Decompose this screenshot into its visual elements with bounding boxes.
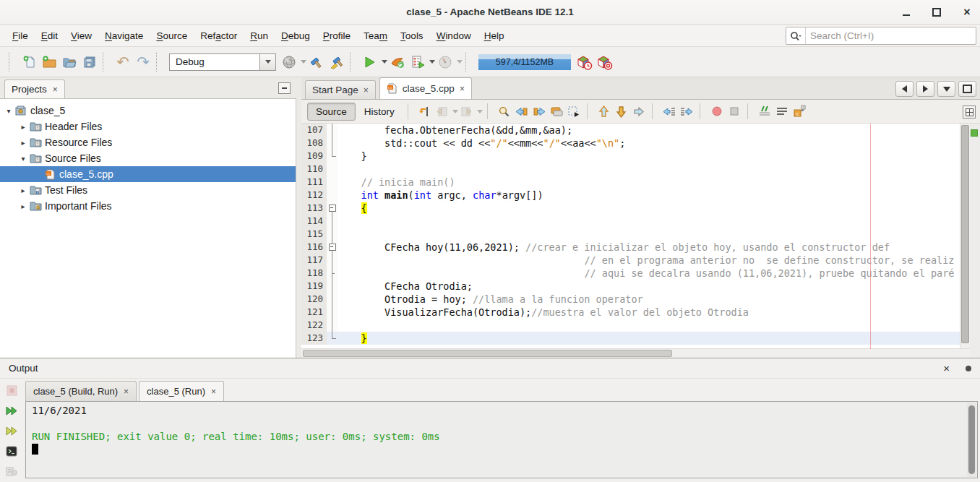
maximize-editor-button[interactable] <box>958 81 976 97</box>
code-text[interactable]: CFecha Otrodia; <box>338 280 960 293</box>
menu-run[interactable]: Run <box>244 27 275 45</box>
menu-help[interactable]: Help <box>478 27 511 45</box>
line-number[interactable]: 120 <box>301 293 327 306</box>
search-icon[interactable] <box>786 27 806 44</box>
profiler-stop-button[interactable] <box>594 52 614 72</box>
tree-item-clase-5[interactable]: ▾clase_5 <box>0 103 296 119</box>
menu-debug[interactable]: Debug <box>275 27 317 45</box>
line-number[interactable]: 113 <box>301 202 327 215</box>
code-line-112[interactable]: 112 int main(int argc, char*argv[]) <box>301 189 960 202</box>
find-selection-button[interactable] <box>496 103 513 120</box>
line-number[interactable]: 115 <box>301 228 327 241</box>
line-number[interactable]: 118 <box>301 267 327 280</box>
find-previous-occurrence-button[interactable] <box>513 103 530 120</box>
code-line-122[interactable]: 122 <box>301 319 960 332</box>
connect-globe-button[interactable] <box>279 52 299 72</box>
new-file-button[interactable] <box>19 52 39 72</box>
collapsed-arrow-icon[interactable]: ▸ <box>17 186 29 194</box>
scroll-tabs-right-button[interactable] <box>916 81 934 97</box>
gauge-dropdown-icon[interactable] <box>457 60 463 64</box>
scroll-tabs-left-button[interactable] <box>895 81 914 97</box>
undo-button[interactable]: ↶ <box>113 52 133 72</box>
line-number[interactable]: 107 <box>301 124 327 137</box>
menu-edit[interactable]: Edit <box>35 27 64 45</box>
collapsed-arrow-icon[interactable]: ▸ <box>17 123 29 131</box>
back-button[interactable] <box>434 103 451 120</box>
line-number[interactable]: 112 <box>301 189 327 202</box>
minimize-window-group-button[interactable] <box>278 82 291 94</box>
start-macro-recording-button[interactable] <box>708 103 726 120</box>
code-text[interactable] <box>338 215 960 228</box>
debug-project-button[interactable] <box>387 52 408 72</box>
code-text[interactable]: } <box>338 332 960 345</box>
console-scrollbar[interactable] <box>967 403 976 477</box>
line-number[interactable]: 111 <box>301 176 327 189</box>
chevron-down-icon[interactable] <box>301 60 306 64</box>
code-text[interactable] <box>338 319 960 332</box>
code-line-120[interactable]: 120 Otrodia = hoy; //llama a la funcion … <box>301 293 960 306</box>
ant-settings-button[interactable] <box>4 464 19 478</box>
code-text[interactable]: CFecha hoy(11,06,2021); //crear e inicia… <box>338 241 960 254</box>
code-text[interactable]: // aqui se decalra usando (11,06,2021), … <box>338 267 960 280</box>
scrollbar-thumb[interactable] <box>961 125 969 343</box>
code-text[interactable]: fecha.ObtenerFecha(&dd,&mm,&aa); <box>338 124 960 137</box>
previous-bookmark-button[interactable] <box>596 103 613 120</box>
code-line-110[interactable]: 110 <box>301 163 960 176</box>
projects-tree[interactable]: ▾clase_5▸Header Files▸Resource Files▾Sou… <box>0 99 296 358</box>
code-text[interactable]: // en el programa anterior no se define … <box>338 254 960 267</box>
code-text[interactable]: } <box>338 150 960 163</box>
menu-view[interactable]: View <box>64 27 98 45</box>
next-bookmark-button[interactable] <box>613 103 630 120</box>
code-line-123[interactable]: 123 } <box>301 332 960 345</box>
menu-refactor[interactable]: Refactor <box>194 27 244 45</box>
source-view-button[interactable]: Source <box>307 103 356 121</box>
code-line-107[interactable]: 107 fecha.ObtenerFecha(&dd,&mm,&aa); <box>301 124 960 137</box>
clean-and-build-project-button[interactable] <box>327 52 347 72</box>
menu-tools[interactable]: Tools <box>394 27 430 45</box>
line-number[interactable]: 121 <box>301 306 327 319</box>
quick-search[interactable] <box>786 27 976 45</box>
close-output-button[interactable]: × <box>943 362 950 374</box>
tree-item-clase-5-cpp[interactable]: ccclase_5.cpp <box>0 166 296 182</box>
line-number[interactable]: 116 <box>301 241 327 254</box>
code-text[interactable]: VisualizarFecha(Otrodia);//muestra el va… <box>338 306 960 319</box>
projects-tab[interactable]: Projects × <box>4 79 65 98</box>
collapsed-arrow-icon[interactable]: ▸ <box>17 139 29 147</box>
stop-macro-recording-button[interactable] <box>726 103 743 120</box>
stop-build-button[interactable] <box>4 383 19 397</box>
close-icon[interactable]: × <box>364 86 369 95</box>
insert-code-button[interactable]: cn <box>791 103 808 120</box>
vertical-splitter[interactable] <box>296 77 301 358</box>
profiler-gauge-button[interactable] <box>435 52 455 72</box>
code-fold-icon[interactable] <box>329 205 336 212</box>
line-number[interactable]: 110 <box>301 163 327 176</box>
redo-button[interactable]: ↷ <box>133 52 153 72</box>
tree-item-source-files[interactable]: ▾Source Files <box>0 150 296 166</box>
new-project-button[interactable] <box>39 52 59 72</box>
close-icon[interactable]: × <box>211 387 216 396</box>
tab-list-dropdown-button[interactable] <box>937 81 955 97</box>
menu-navigate[interactable]: Navigate <box>98 27 150 45</box>
tree-item-header-files[interactable]: ▸Header Files <box>0 119 296 134</box>
tree-item-test-files[interactable]: ▸TTest Files <box>0 182 296 198</box>
comment-button[interactable] <box>756 103 773 120</box>
code-line-117[interactable]: 117 // en el programa anterior no se def… <box>301 254 960 267</box>
find-next-occurrence-button[interactable] <box>530 103 548 120</box>
close-icon[interactable]: × <box>53 85 58 94</box>
editor-horizontal-scrollbar[interactable] <box>301 348 970 358</box>
fold-gutter[interactable] <box>327 202 338 215</box>
project-configuration-select[interactable]: Debug <box>169 53 276 71</box>
tab-start-page[interactable]: Start Page × <box>305 80 376 99</box>
forward-dropdown-icon[interactable] <box>477 110 483 113</box>
search-input[interactable] <box>806 30 976 41</box>
uncomment-button[interactable] <box>773 103 791 120</box>
line-number[interactable]: 114 <box>301 215 327 228</box>
code-line-109[interactable]: 109 } <box>301 150 960 163</box>
code-text[interactable] <box>338 163 960 176</box>
menu-file[interactable]: File <box>6 27 35 45</box>
configuration-dropdown-button[interactable] <box>260 53 276 71</box>
run-project-button[interactable] <box>360 52 380 72</box>
close-icon[interactable]: × <box>124 387 129 396</box>
minimize-button[interactable] <box>901 7 912 18</box>
open-in-terminal-button[interactable] <box>4 444 19 458</box>
